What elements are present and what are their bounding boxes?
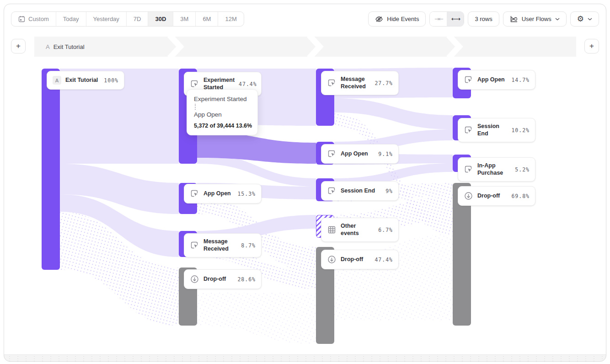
flow-node-percent: 9% xyxy=(385,188,393,194)
flow-node-percent: 14.7% xyxy=(511,77,530,83)
link-tooltip: Experiment Started App Open 5,372 of 39,… xyxy=(187,89,258,135)
flow-node-percent: 5.2% xyxy=(515,166,530,173)
event-cursor-icon xyxy=(327,78,337,88)
date-range-12m[interactable]: 12M xyxy=(218,12,243,26)
flow-node-percent: 9.1% xyxy=(378,151,393,157)
flows-chart-icon xyxy=(510,16,518,23)
toolbar-right: Hide Events →← ←→ 3 rows User Flows ⚙ xyxy=(368,11,599,27)
flow-node-percent: 8.7% xyxy=(241,242,256,249)
step-letter-badge: A xyxy=(53,76,61,85)
flow-node-other-events[interactable]: Other events6.7% xyxy=(321,218,399,242)
flow-node-app-open[interactable]: App Open15.3% xyxy=(184,184,262,203)
calendar-icon xyxy=(18,16,25,22)
event-cursor-icon xyxy=(190,79,199,89)
flow-node-percent: 47.4% xyxy=(375,257,393,263)
drop-off-icon xyxy=(464,191,473,201)
toolbar: Custom Today Yesterday 7D 30D 3M 6M 12M … xyxy=(11,11,599,27)
hide-events-label: Hide Events xyxy=(387,16,419,22)
step-a-exit-tutorial[interactable]: A Exit Tutorial xyxy=(46,37,85,57)
flow-bar-exit-tutorial[interactable] xyxy=(42,69,60,270)
flow-node-app-open[interactable]: App Open14.7% xyxy=(458,70,535,90)
flow-node-label: Session End xyxy=(477,123,507,137)
background-flow-band xyxy=(334,234,453,320)
eye-off-icon xyxy=(375,16,383,23)
date-range-yesterday[interactable]: Yesterday xyxy=(86,12,127,26)
flow-node-drop-off[interactable]: Drop-off47.4% xyxy=(321,250,399,269)
date-range-today[interactable]: Today xyxy=(56,12,86,26)
flow-node-percent: 15.3% xyxy=(237,191,256,197)
view-selector-label: User Flows xyxy=(522,16,551,22)
collapse-expand-toggle: →← ←→ xyxy=(429,11,464,27)
view-selector[interactable]: User Flows xyxy=(503,11,567,27)
gear-icon: ⚙ xyxy=(577,15,584,23)
flow-node-label: Drop-off xyxy=(341,256,370,263)
step-name: Exit Tutorial xyxy=(54,43,85,50)
event-cursor-icon xyxy=(190,189,199,198)
steps-band: A Exit Tutorial xyxy=(34,37,576,57)
step-letter: A xyxy=(46,43,50,50)
event-cursor-icon xyxy=(464,165,473,174)
flow-node-label: Exit Tutorial xyxy=(65,77,100,84)
flow-node-label: Drop-off xyxy=(477,193,507,200)
tooltip-connector-dots xyxy=(195,104,196,110)
flow-node-label: App Open xyxy=(341,150,374,158)
date-range-3m[interactable]: 3M xyxy=(173,12,196,26)
flow-node-label: App Open xyxy=(477,76,507,84)
flow-node-label: App Open xyxy=(203,190,233,198)
hide-events-button[interactable]: Hide Events xyxy=(368,11,426,27)
event-cursor-icon xyxy=(464,75,473,85)
rows-label: 3 rows xyxy=(475,16,492,22)
event-cursor-icon xyxy=(190,241,199,250)
flow-node-percent: 69.8% xyxy=(511,193,530,199)
flow-node-label: Message Received xyxy=(203,238,237,252)
event-cursor-icon xyxy=(327,186,337,196)
flow-node-session-end[interactable]: Session End9% xyxy=(321,181,399,201)
flow-node-message-received[interactable]: Message Received8.7% xyxy=(184,233,262,257)
flow-node-percent: 10.2% xyxy=(511,127,530,134)
step-separators xyxy=(34,37,576,57)
arrows-outward-icon: ←→ xyxy=(451,16,460,22)
date-range-6m[interactable]: 6M xyxy=(196,12,218,26)
date-range-custom[interactable]: Custom xyxy=(11,12,56,26)
flow-node-drop-off[interactable]: Drop-off69.8% xyxy=(458,186,535,206)
arrows-inward-icon: →← xyxy=(434,16,443,22)
user-flows-report: Custom Today Yesterday 7D 30D 3M 6M 12M … xyxy=(0,0,610,364)
drop-off-icon xyxy=(190,274,199,284)
flow-node-label: Message Received xyxy=(341,76,370,90)
date-range-30d[interactable]: 30D xyxy=(148,12,173,26)
tooltip-detail: 5,372 of 39,444 13.6% xyxy=(194,123,251,129)
flow-node-in-app-purchase[interactable]: In-App Purchase5.2% xyxy=(458,157,535,182)
flow-node-label: Drop-off xyxy=(203,276,233,283)
date-range-selector: Custom Today Yesterday 7D 30D 3M 6M 12M xyxy=(11,11,244,27)
flow-node-percent: 100% xyxy=(104,77,118,84)
flow-node-label: Session End xyxy=(341,187,381,195)
other-events-grid-icon xyxy=(327,225,337,235)
tooltip-to-event: App Open xyxy=(194,111,251,118)
flow-node-app-open[interactable]: App Open9.1% xyxy=(321,144,399,164)
date-range-7d[interactable]: 7D xyxy=(127,12,149,26)
flow-node-percent: 28.6% xyxy=(237,276,256,283)
flow-node-percent: 6.7% xyxy=(378,227,393,233)
settings-button[interactable]: ⚙ xyxy=(570,11,599,27)
flow-node-percent: 27.7% xyxy=(375,80,393,86)
collapse-columns-button[interactable]: →← xyxy=(430,12,447,26)
flow-node-exit-tutorial[interactable]: AExit Tutorial100% xyxy=(47,71,124,90)
flow-node-drop-off[interactable]: Drop-off28.6% xyxy=(184,269,262,289)
date-range-label: Custom xyxy=(28,16,49,22)
drop-off-icon xyxy=(327,255,337,264)
bottom-scroll-strip[interactable] xyxy=(4,354,606,362)
flow-node-session-end[interactable]: Session End10.2% xyxy=(458,118,535,142)
flow-node-label: In-App Purchase xyxy=(477,162,511,177)
event-cursor-icon xyxy=(464,125,473,135)
flow-node-message-received[interactable]: Message Received27.7% xyxy=(321,71,399,95)
chevron-down-icon xyxy=(588,18,592,21)
add-step-left-button[interactable]: + xyxy=(11,39,26,54)
flow-node-label: Other events xyxy=(341,223,374,237)
chevron-down-icon xyxy=(555,18,560,21)
add-step-right-button[interactable]: + xyxy=(584,39,599,54)
background-flow-band xyxy=(197,293,316,344)
event-cursor-icon xyxy=(327,149,337,159)
tooltip-from-event: Experiment Started xyxy=(194,96,251,102)
rows-button[interactable]: 3 rows xyxy=(468,11,499,27)
expand-columns-button[interactable]: ←→ xyxy=(447,12,464,26)
